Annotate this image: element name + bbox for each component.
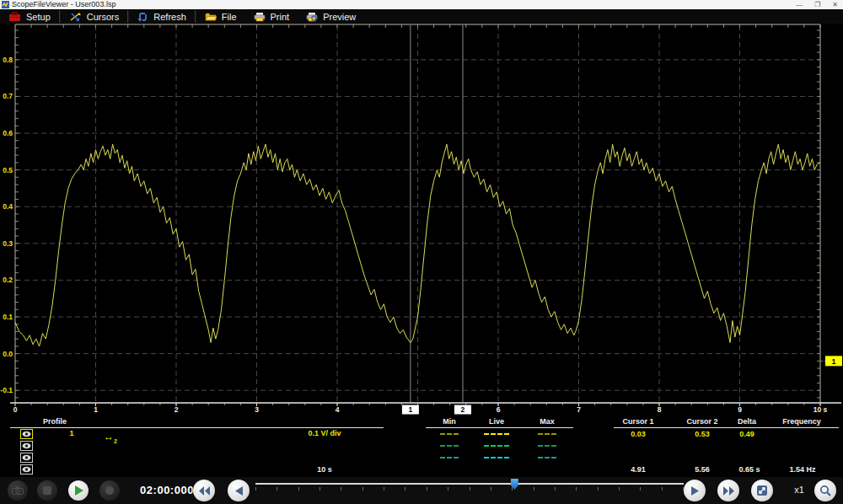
y-axis-label: 0.1 [3, 313, 13, 321]
fast-forward-icon [723, 486, 734, 496]
y-axis-label: 0.7 [3, 92, 13, 100]
channel-4-visibility-toggle[interactable] [20, 464, 33, 475]
step-back-icon [235, 486, 243, 496]
y-axis-label: 0.5 [3, 166, 13, 174]
cursor-1-box-label: 1 [409, 405, 413, 414]
stats-header-live: Live [480, 417, 513, 426]
maximize-icon[interactable]: ❐ [814, 0, 820, 9]
slider-tick [405, 487, 405, 491]
stats-underline [426, 427, 573, 428]
zoom-level-label: x1 [789, 485, 809, 495]
x-axis-label: 3 [255, 405, 259, 414]
x-axis-label: 7 [577, 405, 581, 414]
waveform-plot: -0.10.00.10.20.30.40.50.60.70.8012346789… [0, 24, 843, 415]
close-icon[interactable]: ✕ [832, 0, 838, 9]
stats-header-min: Min [432, 417, 466, 426]
transport-bar: 02:00:000 x1 [0, 477, 843, 504]
step-forward-icon [691, 486, 699, 496]
stat-dash [538, 457, 556, 458]
slider-tick [534, 487, 534, 491]
slider-tick [362, 487, 363, 491]
slider-tick [598, 487, 599, 491]
x-axis-label: 4 [336, 405, 340, 414]
stat-dash [538, 445, 556, 447]
info-panel: Profile 1 ↔2 0.1 V/ div 10 s Min Live Ma… [0, 415, 843, 477]
setup-button[interactable]: Setup [0, 9, 59, 24]
cursors-icon [69, 12, 82, 22]
slider-tick [277, 487, 277, 491]
fit-view-button[interactable] [751, 480, 773, 501]
eye-icon [22, 431, 31, 437]
slider-tick [255, 487, 256, 491]
rewind-icon [199, 486, 210, 496]
step-back-button[interactable] [228, 480, 250, 501]
x-axis-label: 1 [94, 405, 98, 414]
stop-button[interactable] [37, 480, 57, 501]
record-button[interactable] [99, 480, 120, 501]
toolbox-icon [8, 12, 21, 21]
y-axis-label: -0.1 [0, 386, 13, 394]
printer-icon [254, 12, 266, 22]
time-display: 02:00:000 [135, 484, 199, 496]
y-axis-label: 0.2 [3, 276, 13, 284]
y-axis-label: 0.3 [3, 239, 13, 248]
refresh-button[interactable]: Refresh [129, 9, 195, 24]
eye-icon [22, 466, 31, 473]
channel-3-visibility-toggle[interactable] [20, 453, 33, 463]
window-title: ScopeFileViewer - User003.lsp [12, 0, 115, 9]
stat-dash [440, 445, 459, 447]
profile-underline [10, 427, 384, 428]
delta-header: Delta [722, 417, 772, 426]
channel-2-visibility-toggle[interactable] [20, 441, 33, 451]
record-icon [105, 486, 114, 495]
eye-icon [22, 442, 31, 449]
print-button[interactable]: Print [245, 9, 298, 24]
cursor-2-box-label: 2 [461, 405, 465, 414]
link-cursor-2-icon[interactable]: ↔2 [104, 428, 117, 444]
slider-tick [427, 487, 427, 491]
timebase-value: 10 s [299, 465, 350, 474]
toolbar: Setup Cursors Refresh File [0, 9, 843, 24]
slider-tick [640, 487, 641, 491]
y-axis-label: 0.0 [3, 350, 13, 358]
x-axis-label: 8 [658, 405, 662, 414]
x-axis-label: 9 [738, 405, 742, 414]
cursors-button[interactable]: Cursors [61, 9, 128, 24]
channel-1-visibility-toggle[interactable] [20, 429, 33, 439]
channel-number: 1 [63, 429, 80, 437]
x-axis-label: 10 s [813, 405, 828, 414]
folder-icon [205, 12, 217, 21]
slider-tick [555, 487, 556, 491]
minimize-icon[interactable]: — [796, 0, 803, 9]
slider-track[interactable] [255, 483, 684, 485]
rewind-button[interactable] [193, 480, 215, 501]
waveform-chart: -0.10.00.10.20.30.40.50.60.70.8012346789… [0, 24, 843, 415]
cursors-underline [614, 427, 839, 428]
stat-dash [484, 445, 509, 447]
slider-tick [319, 487, 320, 491]
step-forward-button[interactable] [684, 480, 706, 501]
fast-forward-button[interactable] [717, 480, 739, 501]
position-slider[interactable] [255, 477, 684, 504]
play-icon [74, 485, 83, 496]
slider-tick [298, 487, 299, 491]
frequency-value: 1.54 Hz [768, 465, 837, 474]
title-bar: ScopeFileViewer - User003.lsp — ❐ ✕ [0, 0, 843, 9]
file-button[interactable]: File [196, 9, 245, 24]
zoom-button[interactable] [814, 480, 836, 501]
preview-button[interactable]: Preview [298, 9, 364, 24]
slider-tick [576, 487, 577, 491]
slider-tick [491, 487, 491, 491]
refresh-icon [137, 12, 148, 22]
slider-tick [341, 487, 341, 491]
x-axis-label: 0 [13, 405, 18, 414]
y-axis-label: 0.6 [3, 129, 13, 137]
stats-header-max: Max [530, 417, 564, 426]
play-button[interactable] [68, 480, 89, 501]
stop-icon [43, 486, 51, 495]
app-icon [2, 1, 9, 8]
camera-icon [12, 486, 24, 495]
y-axis-label: 0.8 [3, 56, 13, 64]
cursor1-header: Cursor 1 [609, 417, 668, 426]
snapshot-button[interactable] [8, 480, 28, 501]
